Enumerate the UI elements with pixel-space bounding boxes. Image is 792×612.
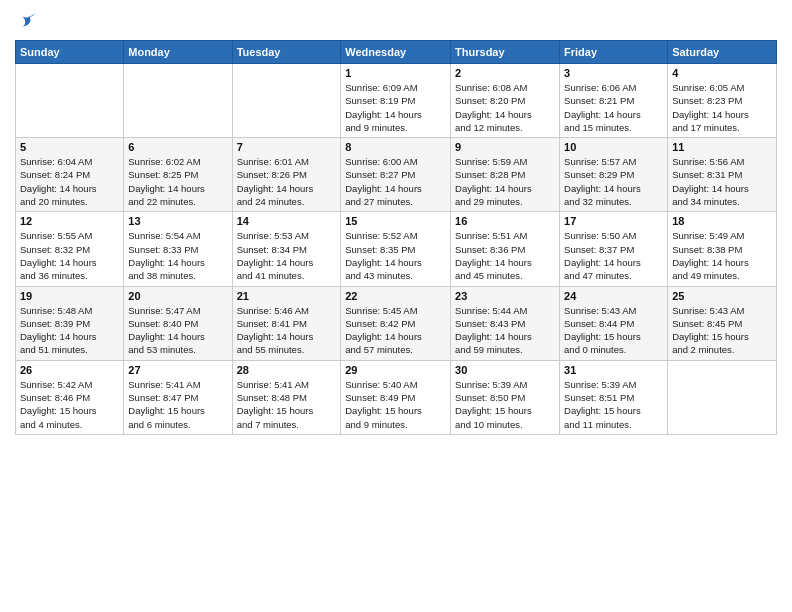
day-info: Sunrise: 5:39 AM Sunset: 8:51 PM Dayligh… [564,378,663,431]
calendar-day-cell: 4Sunrise: 6:05 AM Sunset: 8:23 PM Daylig… [668,64,777,138]
calendar-day-cell: 11Sunrise: 5:56 AM Sunset: 8:31 PM Dayli… [668,138,777,212]
day-of-week-header: Saturday [668,41,777,64]
day-number: 25 [672,290,772,302]
day-number: 21 [237,290,337,302]
day-number: 5 [20,141,119,153]
day-info: Sunrise: 5:55 AM Sunset: 8:32 PM Dayligh… [20,229,119,282]
day-info: Sunrise: 6:04 AM Sunset: 8:24 PM Dayligh… [20,155,119,208]
calendar-day-cell: 27Sunrise: 5:41 AM Sunset: 8:47 PM Dayli… [124,360,232,434]
calendar-day-cell: 12Sunrise: 5:55 AM Sunset: 8:32 PM Dayli… [16,212,124,286]
calendar-day-cell: 30Sunrise: 5:39 AM Sunset: 8:50 PM Dayli… [451,360,560,434]
calendar-day-cell: 20Sunrise: 5:47 AM Sunset: 8:40 PM Dayli… [124,286,232,360]
calendar-week-row: 26Sunrise: 5:42 AM Sunset: 8:46 PM Dayli… [16,360,777,434]
day-info: Sunrise: 5:54 AM Sunset: 8:33 PM Dayligh… [128,229,227,282]
calendar-week-row: 19Sunrise: 5:48 AM Sunset: 8:39 PM Dayli… [16,286,777,360]
calendar-day-cell: 17Sunrise: 5:50 AM Sunset: 8:37 PM Dayli… [560,212,668,286]
day-of-week-header: Sunday [16,41,124,64]
calendar-day-cell: 5Sunrise: 6:04 AM Sunset: 8:24 PM Daylig… [16,138,124,212]
day-info: Sunrise: 6:08 AM Sunset: 8:20 PM Dayligh… [455,81,555,134]
calendar-day-cell [16,64,124,138]
calendar-day-cell: 15Sunrise: 5:52 AM Sunset: 8:35 PM Dayli… [341,212,451,286]
day-number: 13 [128,215,227,227]
calendar-table: SundayMondayTuesdayWednesdayThursdayFrid… [15,40,777,435]
day-number: 29 [345,364,446,376]
day-info: Sunrise: 5:51 AM Sunset: 8:36 PM Dayligh… [455,229,555,282]
day-info: Sunrise: 5:53 AM Sunset: 8:34 PM Dayligh… [237,229,337,282]
day-info: Sunrise: 5:52 AM Sunset: 8:35 PM Dayligh… [345,229,446,282]
calendar-week-row: 12Sunrise: 5:55 AM Sunset: 8:32 PM Dayli… [16,212,777,286]
calendar-day-cell: 25Sunrise: 5:43 AM Sunset: 8:45 PM Dayli… [668,286,777,360]
calendar-day-cell: 18Sunrise: 5:49 AM Sunset: 8:38 PM Dayli… [668,212,777,286]
day-info: Sunrise: 6:09 AM Sunset: 8:19 PM Dayligh… [345,81,446,134]
day-number: 31 [564,364,663,376]
day-number: 28 [237,364,337,376]
calendar-day-cell: 14Sunrise: 5:53 AM Sunset: 8:34 PM Dayli… [232,212,341,286]
day-number: 8 [345,141,446,153]
day-of-week-header: Friday [560,41,668,64]
day-info: Sunrise: 6:05 AM Sunset: 8:23 PM Dayligh… [672,81,772,134]
calendar-day-cell [668,360,777,434]
day-number: 15 [345,215,446,227]
day-info: Sunrise: 5:59 AM Sunset: 8:28 PM Dayligh… [455,155,555,208]
calendar-day-cell: 24Sunrise: 5:43 AM Sunset: 8:44 PM Dayli… [560,286,668,360]
calendar-day-cell [232,64,341,138]
calendar-day-cell: 28Sunrise: 5:41 AM Sunset: 8:48 PM Dayli… [232,360,341,434]
day-number: 22 [345,290,446,302]
calendar-day-cell: 16Sunrise: 5:51 AM Sunset: 8:36 PM Dayli… [451,212,560,286]
day-info: Sunrise: 5:50 AM Sunset: 8:37 PM Dayligh… [564,229,663,282]
day-number: 24 [564,290,663,302]
day-number: 9 [455,141,555,153]
calendar-day-cell: 7Sunrise: 6:01 AM Sunset: 8:26 PM Daylig… [232,138,341,212]
day-number: 2 [455,67,555,79]
day-number: 12 [20,215,119,227]
day-number: 14 [237,215,337,227]
day-number: 30 [455,364,555,376]
day-of-week-header: Monday [124,41,232,64]
day-number: 10 [564,141,663,153]
calendar-day-cell: 19Sunrise: 5:48 AM Sunset: 8:39 PM Dayli… [16,286,124,360]
day-number: 4 [672,67,772,79]
day-number: 3 [564,67,663,79]
day-info: Sunrise: 5:48 AM Sunset: 8:39 PM Dayligh… [20,304,119,357]
calendar-day-cell: 2Sunrise: 6:08 AM Sunset: 8:20 PM Daylig… [451,64,560,138]
day-info: Sunrise: 5:41 AM Sunset: 8:47 PM Dayligh… [128,378,227,431]
day-info: Sunrise: 5:39 AM Sunset: 8:50 PM Dayligh… [455,378,555,431]
calendar-day-cell: 31Sunrise: 5:39 AM Sunset: 8:51 PM Dayli… [560,360,668,434]
calendar-day-cell: 10Sunrise: 5:57 AM Sunset: 8:29 PM Dayli… [560,138,668,212]
calendar-day-cell: 22Sunrise: 5:45 AM Sunset: 8:42 PM Dayli… [341,286,451,360]
day-info: Sunrise: 5:56 AM Sunset: 8:31 PM Dayligh… [672,155,772,208]
calendar-day-cell: 29Sunrise: 5:40 AM Sunset: 8:49 PM Dayli… [341,360,451,434]
page-header [15,10,777,32]
day-info: Sunrise: 5:40 AM Sunset: 8:49 PM Dayligh… [345,378,446,431]
day-info: Sunrise: 5:43 AM Sunset: 8:44 PM Dayligh… [564,304,663,357]
calendar-day-cell: 9Sunrise: 5:59 AM Sunset: 8:28 PM Daylig… [451,138,560,212]
day-number: 19 [20,290,119,302]
day-of-week-header: Thursday [451,41,560,64]
day-number: 11 [672,141,772,153]
day-number: 18 [672,215,772,227]
calendar-day-cell: 6Sunrise: 6:02 AM Sunset: 8:25 PM Daylig… [124,138,232,212]
calendar-day-cell: 26Sunrise: 5:42 AM Sunset: 8:46 PM Dayli… [16,360,124,434]
calendar-week-row: 5Sunrise: 6:04 AM Sunset: 8:24 PM Daylig… [16,138,777,212]
day-info: Sunrise: 6:06 AM Sunset: 8:21 PM Dayligh… [564,81,663,134]
day-info: Sunrise: 5:45 AM Sunset: 8:42 PM Dayligh… [345,304,446,357]
logo-bird-icon [17,10,39,32]
day-number: 20 [128,290,227,302]
calendar-body: 1Sunrise: 6:09 AM Sunset: 8:19 PM Daylig… [16,64,777,435]
calendar-day-cell: 8Sunrise: 6:00 AM Sunset: 8:27 PM Daylig… [341,138,451,212]
calendar-day-cell [124,64,232,138]
calendar-header-row: SundayMondayTuesdayWednesdayThursdayFrid… [16,41,777,64]
calendar-day-cell: 23Sunrise: 5:44 AM Sunset: 8:43 PM Dayli… [451,286,560,360]
logo [15,10,39,32]
day-info: Sunrise: 5:42 AM Sunset: 8:46 PM Dayligh… [20,378,119,431]
day-info: Sunrise: 6:02 AM Sunset: 8:25 PM Dayligh… [128,155,227,208]
day-info: Sunrise: 5:47 AM Sunset: 8:40 PM Dayligh… [128,304,227,357]
day-number: 6 [128,141,227,153]
day-info: Sunrise: 5:57 AM Sunset: 8:29 PM Dayligh… [564,155,663,208]
calendar-day-cell: 1Sunrise: 6:09 AM Sunset: 8:19 PM Daylig… [341,64,451,138]
day-of-week-header: Tuesday [232,41,341,64]
calendar-day-cell: 13Sunrise: 5:54 AM Sunset: 8:33 PM Dayli… [124,212,232,286]
day-info: Sunrise: 5:41 AM Sunset: 8:48 PM Dayligh… [237,378,337,431]
day-info: Sunrise: 5:43 AM Sunset: 8:45 PM Dayligh… [672,304,772,357]
day-number: 1 [345,67,446,79]
